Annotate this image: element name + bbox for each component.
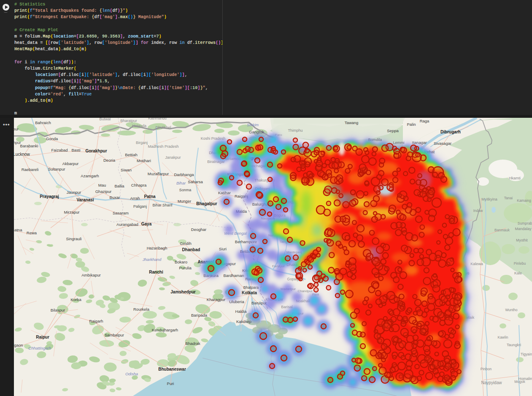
svg-text:Birganj: Birganj [136, 141, 148, 145]
svg-text:Siwan: Siwan [121, 168, 132, 172]
svg-text:Pinbon: Pinbon [481, 367, 492, 371]
svg-text:Basti: Basti [71, 148, 80, 152]
svg-text:Chhattisgarh: Chhattisgarh [28, 346, 51, 350]
svg-text:Kalewa: Kalewa [470, 262, 483, 266]
svg-text:Azamgarh: Azamgarh [81, 174, 99, 178]
svg-text:Chhapra: Chhapra [131, 183, 147, 187]
svg-text:Haldia: Haldia [235, 309, 247, 314]
svg-text:lgaon: lgaon [14, 343, 23, 347]
svg-text:Kawlin: Kawlin [497, 335, 508, 339]
svg-text:Kolkata: Kolkata [242, 290, 257, 295]
svg-text:Tanai: Tanai [504, 196, 513, 200]
svg-text:Aurangabad: Aurangabad [116, 222, 138, 227]
svg-text:Prayagraj: Prayagraj [40, 194, 59, 199]
svg-text:Hetauda: Hetauda [132, 124, 146, 128]
svg-text:Buxar: Buxar [110, 195, 120, 200]
svg-text:Sasaram: Sasaram [113, 211, 129, 215]
svg-text:Ambikapur: Ambikapur [81, 273, 100, 277]
svg-text:Ballia: Ballia [114, 184, 124, 188]
svg-text:Paliganj: Paliganj [133, 204, 147, 209]
svg-text:Kamaing: Kamaing [517, 198, 531, 203]
svg-text:Dibrugarh: Dibrugarh [440, 130, 461, 134]
svg-text:Kathmandu: Kathmandu [148, 118, 167, 120]
svg-text:Raipur: Raipur [36, 335, 49, 339]
svg-text:Sonma: Sonma [179, 188, 192, 192]
svg-text:Deoghar: Deoghar [191, 227, 206, 232]
svg-text:Bihar: Bihar [176, 181, 186, 185]
svg-text:Butwal: Butwal [99, 118, 111, 121]
svg-text:Dhanbad: Dhanbad [182, 247, 200, 252]
svg-text:Varanasi: Varanasi [76, 198, 94, 202]
svg-text:Sultanpur: Sultanpur [48, 167, 65, 171]
svg-text:Bhubaneswar: Bhubaneswar [158, 367, 186, 372]
svg-text:Barabanki: Barabanki [20, 144, 38, 148]
svg-text:Wuntho: Wuntho [505, 308, 517, 312]
svg-text:Taungkri: Taungkri [507, 343, 521, 347]
svg-text:Kharagpur: Kharagpur [207, 297, 225, 302]
svg-text:Rourkela: Rourkela [133, 307, 150, 312]
svg-text:Palin: Palin [407, 122, 416, 127]
svg-text:Arrah: Arrah [130, 196, 140, 201]
svg-text:Hkamti: Hkamti [509, 176, 521, 180]
svg-text:Kale: Kale [514, 271, 522, 275]
svg-text:Purulia: Purulia [179, 266, 192, 270]
svg-text:Bhagalpur: Bhagalpur [196, 201, 217, 206]
svg-text:Mogok: Mogok [514, 380, 525, 384]
svg-text:Saharsa: Saharsa [188, 179, 203, 184]
svg-text:Bilaspur: Bilaspur [51, 308, 65, 312]
svg-text:Baripada: Baripada [191, 313, 208, 317]
svg-text:Gaya: Gaya [141, 222, 152, 226]
svg-text:Bhadrak: Bhadrak [185, 341, 200, 346]
svg-text:Seppa: Seppa [387, 128, 399, 133]
svg-text:Bahraich: Bahraich [35, 120, 51, 125]
svg-text:Indaw: Indaw [473, 209, 483, 213]
svg-text:Dhulikhel: Dhulikhel [155, 125, 171, 130]
svg-text:Satna: Satna [14, 228, 22, 232]
svg-text:Darbhanga: Darbhanga [174, 172, 194, 177]
svg-text:Rewa: Rewa [27, 231, 37, 235]
svg-text:Tawang: Tawang [345, 120, 359, 125]
svg-text:Ranchi: Ranchi [149, 270, 163, 274]
svg-text:Munger: Munger [178, 199, 191, 203]
svg-text:Siuri: Siuri [219, 247, 227, 251]
svg-text:Sambalpur: Sambalpur [105, 333, 124, 337]
svg-text:Bihar Sharif: Bihar Sharif [152, 203, 173, 207]
svg-text:Bardhaman: Bardhaman [223, 273, 244, 278]
svg-text:Motihari: Motihari [137, 158, 151, 163]
svg-text:Gorakhpur: Gorakhpur [85, 149, 107, 153]
svg-text:Raga: Raga [420, 119, 429, 123]
svg-text:Myitkyina: Myitkyina [481, 197, 497, 201]
svg-text:Hazaribagh: Hazaribagh [147, 246, 167, 250]
svg-text:Korba: Korba [70, 297, 81, 302]
svg-text:Giridih: Giridih [180, 241, 191, 246]
svg-text:Myothit: Myothit [516, 238, 528, 242]
svg-text:Mau: Mau [98, 183, 106, 187]
svg-text:Deoria: Deoria [103, 158, 116, 163]
svg-text:Janakpur: Janakpur [165, 155, 181, 160]
svg-text:Puri: Puri [167, 381, 174, 386]
svg-text:Gonda: Gonda [46, 136, 58, 141]
svg-text:Singrauli: Singrauli [66, 236, 82, 241]
svg-text:Ghazipur: Ghazipur [95, 189, 112, 194]
svg-text:Madhesh Pradesh: Madhesh Pradesh [148, 144, 178, 149]
svg-text:Mandalay: Mandalay [515, 227, 532, 231]
svg-text:Akbarpur: Akbarpur [62, 161, 79, 166]
svg-text:Raigarh: Raigarh [89, 319, 103, 323]
svg-text:Lucknow: Lucknow [14, 152, 30, 157]
svg-text:Banmauk: Banmauk [494, 228, 510, 232]
svg-text:Kendujhargarh: Kendujhargarh [152, 328, 178, 332]
svg-text:Patna: Patna [144, 194, 156, 199]
svg-text:Sumprabum: Sumprabum [518, 221, 532, 225]
svg-text:Raebareli: Raebareli [22, 167, 39, 172]
svg-text:Odisha: Odisha [125, 372, 138, 376]
svg-text:pur: pur [14, 127, 19, 131]
svg-text:Bettiah: Bettiah [125, 152, 138, 157]
svg-text:Thimphu: Thimphu [288, 128, 302, 133]
svg-text:Jamshedpur: Jamshedpur [170, 290, 196, 294]
svg-text:Sikkim: Sikkim [247, 122, 259, 127]
svg-text:Mirzapur: Mirzapur [64, 210, 80, 214]
svg-text:Bokaro: Bokaro [175, 260, 187, 264]
svg-text:Muzaffarpur: Muzaffarpur [148, 171, 169, 176]
svg-text:Pinlebu: Pinlebu [514, 261, 526, 266]
svg-text:Faizabad: Faizabad [51, 148, 68, 152]
